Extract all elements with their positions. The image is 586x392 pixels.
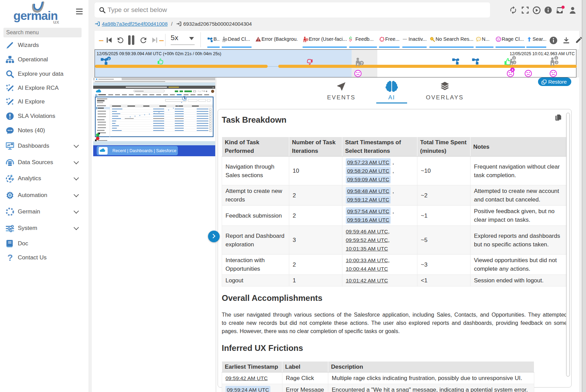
svg-text:germain: germain <box>13 9 58 22</box>
svg-text:?: ? <box>514 61 516 64</box>
svg-text:?: ? <box>361 62 363 65</box>
svg-text:4: 4 <box>512 68 513 72</box>
svg-text:?: ? <box>7 253 13 262</box>
svg-text:2: 2 <box>556 57 557 60</box>
svg-text:ux: ux <box>53 19 59 25</box>
svg-text:?: ? <box>556 61 558 64</box>
svg-text:2: 2 <box>108 57 110 60</box>
svg-text:?: ? <box>225 39 227 41</box>
svg-text:2: 2 <box>513 57 515 60</box>
